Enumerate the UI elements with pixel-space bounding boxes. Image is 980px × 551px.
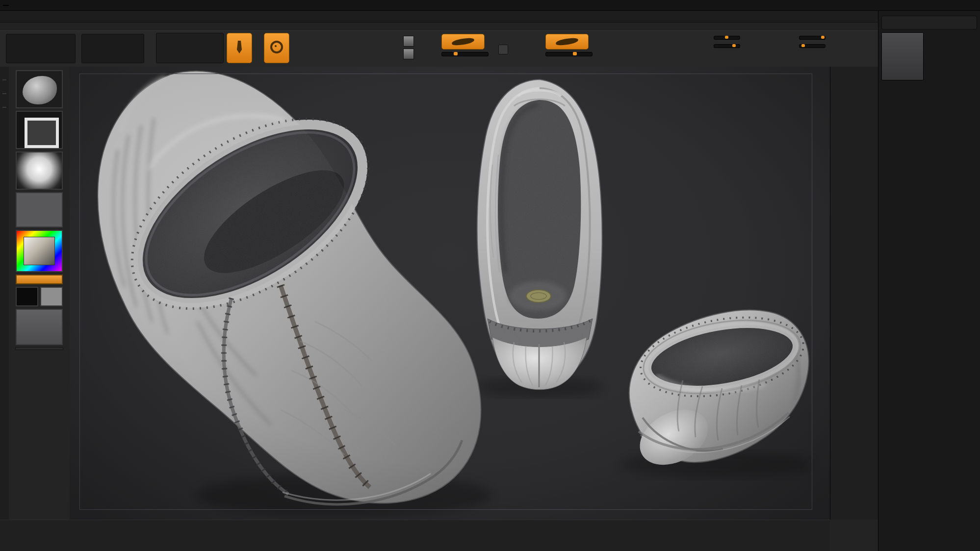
focal-shift-slider[interactable]	[714, 36, 740, 40]
tool-selector	[881, 32, 977, 80]
sculpt-render	[70, 67, 830, 520]
stroke-preview-chip[interactable]	[545, 34, 589, 50]
bottom-brush-tray	[0, 520, 830, 551]
quick-access-bar	[0, 11, 878, 23]
secondary-color-swatch[interactable]	[40, 287, 63, 306]
mini-thumb-pair	[403, 36, 414, 59]
current-texture-thumbnail[interactable]	[16, 192, 63, 227]
color-picker-inner[interactable]	[24, 237, 55, 265]
rgb-intensity-slider[interactable]	[799, 36, 825, 40]
z-intensity-slider[interactable]	[441, 52, 489, 56]
pen-icon	[237, 41, 242, 53]
brush-stroke-icon	[451, 37, 474, 46]
active-brush-chip[interactable]	[441, 34, 485, 50]
color-swatch-pair	[16, 287, 63, 306]
app-logo	[3, 5, 9, 6]
subtool-section-header[interactable]	[881, 84, 977, 88]
cursor-info-panel	[81, 34, 144, 63]
geometry-section-header[interactable]	[881, 94, 977, 97]
sample-color-icon[interactable]	[498, 45, 508, 54]
active-tool-preview[interactable]	[881, 32, 924, 80]
slider-stack-b	[768, 36, 832, 52]
zbrush-window	[0, 0, 980, 551]
dynamic-toggle-slider[interactable]	[714, 44, 740, 48]
right-shelf	[830, 67, 878, 520]
edit-mode-button[interactable]	[227, 33, 252, 63]
current-alpha-thumbnail[interactable]	[16, 151, 63, 190]
alpha-mini-icon[interactable]	[403, 49, 414, 59]
active-color-swatch[interactable]	[16, 275, 63, 284]
stroke-curve-icon	[555, 37, 578, 46]
modifiers-bar[interactable]	[15, 347, 63, 350]
document-title-line	[0, 23, 878, 30]
tool-palette-header[interactable]	[881, 12, 977, 16]
left-edge-strip[interactable]	[0, 67, 9, 520]
main-color-swatch[interactable]	[16, 287, 38, 306]
scene-info-panel	[6, 34, 76, 63]
slider-stack-a	[683, 36, 761, 52]
workspace	[0, 67, 980, 520]
color-picker[interactable]	[16, 230, 63, 272]
current-stroke-thumbnail[interactable]	[16, 111, 63, 149]
menu-bar	[0, 0, 980, 11]
z-intensity-group	[441, 34, 490, 58]
sculptris-toggle-slider[interactable]	[799, 44, 825, 48]
stroke-mini-icon[interactable]	[403, 36, 414, 47]
draw-size-group	[545, 34, 593, 58]
current-material-preview[interactable]	[16, 309, 63, 345]
brush-dot-icon	[270, 41, 283, 53]
paint-mode-group	[156, 33, 224, 63]
tool-actions-box	[881, 16, 977, 29]
sculpt-viewport[interactable]	[70, 67, 830, 520]
draw-mode-button[interactable]	[264, 33, 289, 63]
left-sidebar	[9, 67, 70, 520]
right-tray-tool-palette	[878, 11, 980, 551]
draw-size-slider[interactable]	[545, 52, 593, 56]
recent-tools-grid	[926, 32, 977, 80]
top-shelf	[0, 30, 878, 68]
current-brush-thumbnail[interactable]	[16, 70, 63, 108]
